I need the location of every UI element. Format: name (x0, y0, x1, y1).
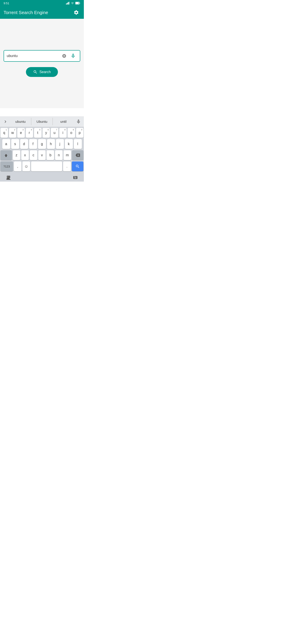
search-button[interactable]: Search (26, 67, 58, 77)
search-input-container (4, 50, 80, 62)
backspace-icon (76, 153, 80, 158)
key-v[interactable]: v (38, 150, 46, 160)
key-t[interactable]: 5t (34, 128, 42, 138)
suggestions-mic-button[interactable] (74, 117, 83, 126)
key-q[interactable]: 1q (0, 128, 8, 138)
keyboard-type-icon (73, 175, 78, 180)
keyboard-row-1: 1q 2w 3e 4r 5t 6y 7u 8i 9o 0p (0, 128, 84, 138)
main-content: Search (0, 19, 84, 108)
svg-rect-6 (80, 3, 80, 4)
key-o[interactable]: 9o (68, 128, 75, 138)
bottom-bar (0, 174, 84, 182)
key-search-enter[interactable] (72, 162, 84, 171)
key-period[interactable]: . (63, 162, 71, 171)
keyboard-type-button[interactable] (72, 174, 78, 181)
suggestions-list: ubuntu Ubuntu until (10, 118, 74, 125)
settings-icon (74, 10, 79, 15)
status-icons (66, 2, 80, 4)
key-h[interactable]: h (47, 139, 55, 149)
key-u[interactable]: 7u (51, 128, 58, 138)
key-p[interactable]: 0p (76, 128, 84, 138)
key-f[interactable]: f (29, 139, 37, 149)
key-emoji[interactable]: ☺ (22, 162, 30, 171)
keyboard: 1q 2w 3e 4r 5t 6y 7u 8i 9o 0p a s d f g … (0, 127, 84, 174)
suggestions-chevron-button[interactable] (1, 117, 10, 126)
key-symbols[interactable]: ?123 (0, 162, 13, 171)
settings-button[interactable] (72, 8, 80, 16)
keyboard-hide-button[interactable] (5, 174, 12, 181)
key-d[interactable]: d (20, 139, 28, 149)
keyboard-row-3: z x c v b n m (0, 150, 84, 160)
key-s[interactable]: s (11, 139, 19, 149)
suggestions-mic-icon (76, 119, 81, 124)
svg-rect-0 (66, 4, 67, 4)
svg-rect-1 (67, 3, 68, 4)
chevron-right-icon (3, 119, 8, 124)
key-shift[interactable] (0, 150, 12, 160)
svg-rect-2 (68, 2, 68, 4)
battery-icon (75, 2, 80, 4)
key-x[interactable]: x (21, 150, 29, 160)
signal-icon (66, 2, 70, 4)
key-j[interactable]: j (56, 139, 64, 149)
keyboard-hide-icon (6, 175, 11, 180)
key-w[interactable]: 2w (9, 128, 16, 138)
keyboard-row-2: a s d f g h j k l (0, 139, 84, 149)
key-comma[interactable]: , (14, 162, 22, 171)
clear-button[interactable] (61, 53, 67, 59)
suggestion-item-1[interactable]: Ubuntu (31, 118, 53, 125)
search-button-label: Search (39, 70, 51, 74)
keyboard-row-4: ?123 , ☺ . (0, 162, 84, 171)
status-time: 9:51 (4, 2, 9, 5)
mic-icon (70, 53, 76, 58)
key-y[interactable]: 6y (42, 128, 50, 138)
suggestion-item-0[interactable]: ubuntu (10, 118, 31, 125)
app-title: Torrent Search Engine (4, 10, 48, 15)
svg-rect-3 (69, 2, 69, 4)
key-backspace[interactable] (72, 150, 84, 160)
app-bar: Torrent Search Engine (0, 6, 84, 19)
key-e[interactable]: 3e (17, 128, 25, 138)
suggestion-item-2[interactable]: until (53, 118, 74, 125)
status-bar: 9:51 (0, 0, 84, 6)
key-space[interactable] (31, 162, 62, 171)
search-button-icon (33, 70, 38, 74)
key-g[interactable]: g (38, 139, 46, 149)
key-c[interactable]: c (30, 150, 37, 160)
keyboard-area: ubuntu Ubuntu until 1q 2w 3e 4r 5t 6y 7u… (0, 116, 84, 182)
key-k[interactable]: k (65, 139, 73, 149)
search-enter-icon (75, 164, 80, 168)
svg-rect-5 (76, 2, 79, 4)
key-l[interactable]: l (74, 139, 82, 149)
key-n[interactable]: n (55, 150, 62, 160)
wifi-icon (71, 2, 74, 4)
mic-button[interactable] (69, 52, 77, 60)
key-r[interactable]: 4r (26, 128, 33, 138)
search-input[interactable] (7, 54, 61, 58)
shift-icon (4, 153, 8, 158)
key-b[interactable]: b (46, 150, 54, 160)
key-m[interactable]: m (64, 150, 71, 160)
key-a[interactable]: a (2, 139, 10, 149)
clear-icon (62, 54, 66, 58)
key-i[interactable]: 8i (59, 128, 67, 138)
suggestions-bar: ubuntu Ubuntu until (0, 116, 84, 127)
key-z[interactable]: z (13, 150, 20, 160)
